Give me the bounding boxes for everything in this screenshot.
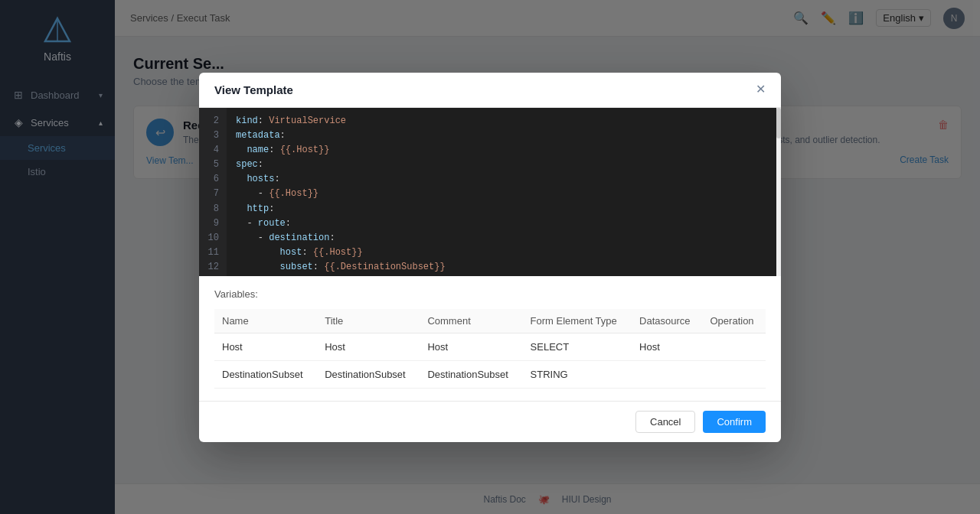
modal-header: View Template ✕: [199, 73, 781, 108]
table-row: DestinationSubset DestinationSubset Dest…: [214, 360, 766, 388]
row2-name: DestinationSubset: [214, 360, 317, 388]
row2-operation: [703, 360, 766, 388]
col-name: Name: [214, 309, 317, 333]
code-scrollbar-thumb: [776, 108, 781, 138]
cancel-button[interactable]: Cancel: [635, 411, 695, 433]
col-datasource: Datasource: [632, 309, 702, 333]
row1-datasource: Host: [632, 333, 702, 360]
row2-title: DestinationSubset: [317, 360, 420, 388]
modal-overlay[interactable]: View Template ✕ 2 3 4 5 6 7 8 9 10 11 12: [0, 0, 980, 514]
confirm-button[interactable]: Confirm: [703, 411, 766, 433]
table-header-row: Name Title Comment Form Element Type Dat…: [214, 309, 766, 333]
row1-name: Host: [214, 333, 317, 360]
variables-table: Name Title Comment Form Element Type Dat…: [214, 309, 766, 389]
variables-label: Variables:: [214, 288, 766, 300]
col-operation: Operation: [703, 309, 766, 333]
row2-datasource: [632, 360, 702, 388]
col-form-element-type: Form Element Type: [523, 309, 632, 333]
row1-operation: [703, 333, 766, 360]
modal-body: 2 3 4 5 6 7 8 9 10 11 12 13 kind: Virtua…: [199, 108, 781, 401]
col-title: Title: [317, 309, 420, 333]
code-line-numbers: 2 3 4 5 6 7 8 9 10 11 12 13: [199, 108, 227, 276]
row2-form-element-type: STRING: [523, 360, 632, 388]
variables-section: Variables: Name Title Comment Form Eleme…: [199, 276, 781, 401]
modal-footer: Cancel Confirm: [199, 401, 781, 442]
modal-title: View Template: [214, 83, 293, 96]
row1-comment: Host: [420, 333, 522, 360]
col-comment: Comment: [420, 309, 522, 333]
code-scrollbar[interactable]: [776, 108, 781, 276]
code-text: kind: VirtualService metadata: name: {{.…: [227, 108, 776, 276]
row1-form-element-type: SELECT: [523, 333, 632, 360]
close-button[interactable]: ✕: [756, 83, 766, 96]
code-editor: 2 3 4 5 6 7 8 9 10 11 12 13 kind: Virtua…: [199, 108, 781, 276]
modal: View Template ✕ 2 3 4 5 6 7 8 9 10 11 12: [199, 73, 781, 442]
row1-title: Host: [317, 333, 420, 360]
table-row: Host Host Host SELECT Host: [214, 333, 766, 360]
row2-comment: DestinationSubset: [420, 360, 522, 388]
